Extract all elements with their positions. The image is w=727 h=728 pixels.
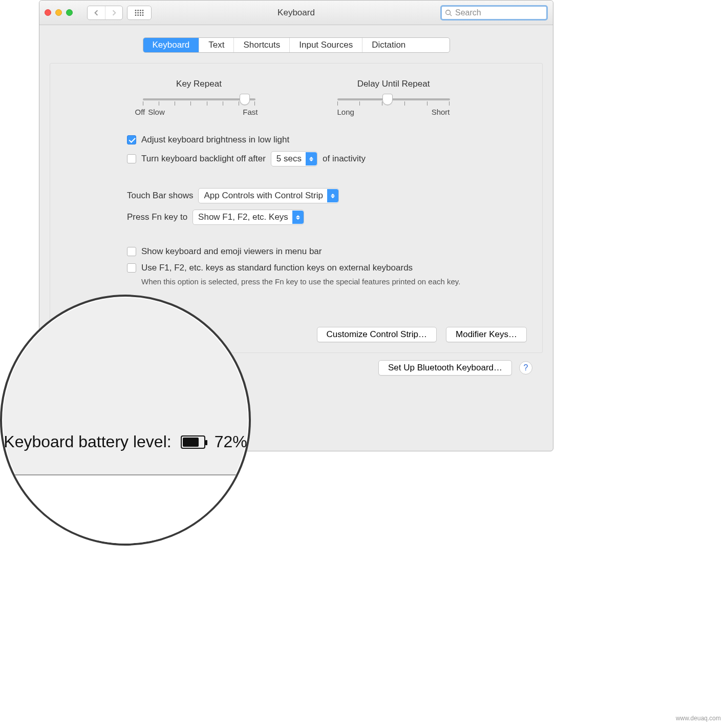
tab-input-sources[interactable]: Input Sources <box>290 38 362 52</box>
backlight-off-prefix: Turn keyboard backlight off after <box>141 154 266 164</box>
use-fn-label: Use F1, F2, etc. keys as standard functi… <box>141 263 413 273</box>
chevron-up-down-icon <box>327 189 338 202</box>
touch-bar-prefix: Touch Bar shows <box>127 191 193 201</box>
fn-key-select[interactable]: Show F1, F2, etc. Keys <box>193 210 304 225</box>
tab-dictation[interactable]: Dictation <box>362 38 415 52</box>
battery-percent: 72% <box>215 432 247 451</box>
backlight-off-suffix: of inactivity <box>323 154 366 164</box>
forward-button[interactable] <box>105 6 122 19</box>
titlebar: Keyboard Search <box>39 1 553 25</box>
zoom-icon[interactable] <box>66 9 73 16</box>
chevron-right-icon <box>111 10 117 16</box>
svg-line-13 <box>450 14 452 16</box>
options: Adjust keyboard brightness in low light … <box>127 135 527 286</box>
magnifier-callout: Keyboard battery level: 72% <box>0 295 251 546</box>
chevron-left-icon <box>93 10 99 16</box>
search-field[interactable]: Search <box>440 5 548 20</box>
delay-label: Delay Until Repeat <box>357 79 430 89</box>
touch-bar-select[interactable]: App Controls with Control Strip <box>198 188 338 203</box>
watermark: www.deuaq.com <box>676 715 721 722</box>
battery-icon <box>181 435 205 449</box>
tabs: Keyboard Text Shortcuts Input Sources Di… <box>143 37 450 53</box>
svg-point-8 <box>135 14 137 16</box>
svg-point-11 <box>142 14 144 16</box>
svg-point-0 <box>135 9 137 11</box>
tab-keyboard[interactable]: Keyboard <box>143 38 200 52</box>
search-placeholder: Search <box>455 8 481 17</box>
close-icon[interactable] <box>45 9 51 16</box>
adjust-brightness-checkbox[interactable] <box>127 135 136 144</box>
back-button[interactable] <box>88 6 105 19</box>
search-icon <box>445 9 452 16</box>
grid-icon <box>134 9 144 16</box>
key-repeat-slider[interactable] <box>143 98 255 100</box>
svg-point-5 <box>137 12 139 13</box>
backlight-off-value: 5 secs <box>276 154 302 164</box>
backlight-off-checkbox[interactable] <box>127 154 136 163</box>
backlight-off-select[interactable]: 5 secs <box>271 151 317 167</box>
tab-text[interactable]: Text <box>199 38 234 52</box>
customize-control-strip-button[interactable]: Customize Control Strip… <box>317 327 437 342</box>
key-repeat-slider-block: Key Repeat Off Slow Fast <box>133 79 266 116</box>
svg-point-3 <box>142 9 144 11</box>
setup-bluetooth-keyboard-button[interactable]: Set Up Bluetooth Keyboard… <box>378 360 512 376</box>
use-fn-help: When this option is selected, press the … <box>141 277 527 286</box>
adjust-brightness-label: Adjust keyboard brightness in low light <box>141 135 289 145</box>
use-fn-checkbox[interactable] <box>127 263 136 273</box>
delay-short: Short <box>432 108 450 116</box>
fn-key-prefix: Press Fn key to <box>127 212 187 222</box>
svg-point-1 <box>137 9 139 11</box>
sliders: Key Repeat Off Slow Fast <box>66 79 527 116</box>
chevron-up-down-icon <box>292 211 304 224</box>
tab-shortcuts[interactable]: Shortcuts <box>234 38 290 52</box>
help-button[interactable]: ? <box>519 361 532 375</box>
show-viewers-checkbox[interactable] <box>127 247 136 256</box>
fn-key-value: Show F1, F2, etc. Keys <box>198 212 288 222</box>
delay-long: Long <box>337 108 354 116</box>
svg-point-10 <box>140 14 141 16</box>
key-repeat-fast: Fast <box>243 108 258 116</box>
svg-point-12 <box>446 10 451 14</box>
delay-slider[interactable] <box>337 98 450 100</box>
show-viewers-label: Show keyboard and emoji viewers in menu … <box>141 246 322 257</box>
svg-point-9 <box>137 14 139 16</box>
delay-slider-block: Delay Until Repeat Long Short <box>327 79 460 116</box>
svg-point-6 <box>140 12 141 13</box>
battery-label: Keyboard battery level: <box>4 432 171 451</box>
svg-point-2 <box>140 9 141 11</box>
window-controls <box>45 9 73 16</box>
minimize-icon[interactable] <box>55 9 62 16</box>
svg-point-4 <box>135 12 137 13</box>
window-title: Keyboard <box>277 8 315 18</box>
key-repeat-label: Key Repeat <box>176 79 222 89</box>
chevron-up-down-icon <box>306 152 317 165</box>
touch-bar-value: App Controls with Control Strip <box>204 191 323 201</box>
key-repeat-slow: Slow <box>148 108 165 116</box>
show-all-button[interactable] <box>127 6 152 20</box>
svg-point-7 <box>142 12 144 13</box>
key-repeat-off: Off <box>135 108 145 116</box>
nav-buttons <box>87 6 123 20</box>
modifier-keys-button[interactable]: Modifier Keys… <box>446 327 527 342</box>
